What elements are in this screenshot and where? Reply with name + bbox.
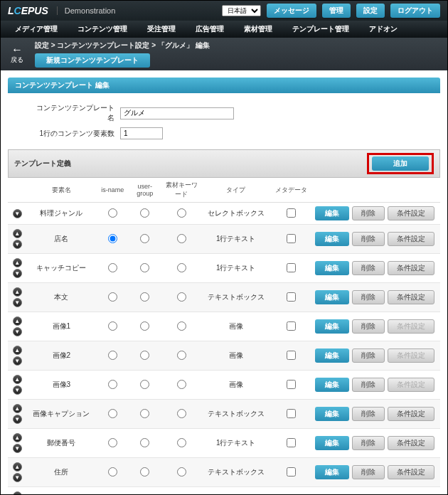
nav-item[interactable]: 広告管理 (186, 21, 234, 38)
keyword-radio[interactable] (177, 467, 186, 477)
settings-button[interactable]: 設定 (356, 4, 385, 18)
isname-radio[interactable] (108, 380, 117, 389)
keyword-radio[interactable] (177, 234, 186, 243)
nav-item[interactable]: テンプレート管理 (282, 21, 359, 38)
back-button[interactable]: ← 戻る (6, 44, 28, 65)
isname-radio[interactable] (108, 208, 117, 218)
move-up-icon[interactable]: ▲ (13, 258, 22, 267)
move-down-icon[interactable]: ▼ (13, 444, 22, 453)
usergroup-radio[interactable] (140, 321, 149, 331)
edit-button[interactable]: 編集 (315, 465, 349, 479)
nav-item[interactable]: 素材管理 (234, 21, 282, 38)
condition-button[interactable]: 条件設定 (388, 290, 434, 304)
isname-radio[interactable] (108, 409, 117, 418)
delete-button[interactable]: 削除 (352, 436, 385, 450)
move-down-icon[interactable]: ▼ (13, 356, 22, 366)
isname-radio[interactable] (108, 234, 117, 243)
delete-button[interactable]: 削除 (352, 378, 385, 392)
condition-button[interactable]: 条件設定 (388, 232, 434, 246)
add-button[interactable]: 追加 (372, 156, 429, 171)
nav-item[interactable]: アドオン (359, 21, 407, 38)
move-up-icon[interactable]: ▲ (13, 404, 22, 413)
metadata-checkbox[interactable] (287, 208, 296, 218)
keyword-radio[interactable] (177, 263, 186, 272)
delete-button[interactable]: 削除 (352, 319, 385, 334)
nav-item[interactable]: メディア管理 (5, 21, 68, 38)
keyword-radio[interactable] (177, 351, 186, 360)
move-up-icon[interactable]: ▲ (13, 491, 22, 495)
move-down-icon[interactable]: ▼ (13, 327, 22, 336)
move-up-icon[interactable]: ▲ (13, 375, 22, 384)
keyword-radio[interactable] (177, 208, 186, 218)
metadata-checkbox[interactable] (287, 467, 296, 477)
isname-radio[interactable] (108, 438, 117, 447)
condition-button[interactable]: 条件設定 (388, 436, 434, 450)
isname-radio[interactable] (108, 351, 117, 360)
condition-button[interactable]: 条件設定 (388, 261, 434, 275)
edit-button[interactable]: 編集 (315, 261, 349, 275)
condition-button[interactable]: 条件設定 (388, 206, 434, 220)
logout-button[interactable]: ログアウト (390, 4, 440, 18)
edit-button[interactable]: 編集 (315, 206, 349, 220)
move-down-icon[interactable]: ▼ (13, 385, 22, 395)
language-select[interactable]: 日本語 (222, 5, 261, 16)
move-up-icon[interactable]: ▲ (13, 433, 22, 442)
move-down-icon[interactable]: ▼ (13, 298, 22, 307)
metadata-checkbox[interactable] (287, 409, 296, 418)
new-template-button[interactable]: 新規コンテンツテンプレート (35, 53, 150, 68)
usergroup-radio[interactable] (140, 234, 149, 243)
metadata-checkbox[interactable] (287, 438, 296, 447)
keyword-radio[interactable] (177, 438, 186, 447)
move-down-icon[interactable]: ▼ (13, 240, 22, 249)
isname-radio[interactable] (108, 321, 117, 331)
metadata-checkbox[interactable] (287, 321, 296, 331)
usergroup-radio[interactable] (140, 263, 149, 272)
isname-radio[interactable] (108, 292, 117, 302)
condition-button[interactable]: 条件設定 (388, 407, 434, 421)
condition-button[interactable]: 条件設定 (388, 465, 434, 479)
metadata-checkbox[interactable] (287, 351, 296, 360)
move-down-icon[interactable]: ▼ (13, 473, 22, 482)
move-up-icon[interactable]: ▲ (13, 229, 22, 238)
move-down-icon[interactable]: ▼ (13, 269, 22, 278)
move-up-icon[interactable]: ▲ (13, 462, 22, 472)
usergroup-radio[interactable] (140, 380, 149, 389)
delete-button[interactable]: 削除 (352, 261, 385, 275)
delete-button[interactable]: 削除 (352, 348, 385, 363)
keyword-radio[interactable] (177, 321, 186, 331)
edit-button[interactable]: 編集 (315, 378, 349, 392)
usergroup-radio[interactable] (140, 409, 149, 418)
delete-button[interactable]: 削除 (352, 206, 385, 220)
usergroup-radio[interactable] (140, 438, 149, 447)
isname-radio[interactable] (108, 467, 117, 477)
usergroup-radio[interactable] (140, 351, 149, 360)
edit-button[interactable]: 編集 (315, 348, 349, 363)
usergroup-radio[interactable] (140, 208, 149, 218)
edit-button[interactable]: 編集 (315, 407, 349, 421)
nav-item[interactable]: 受注管理 (137, 21, 186, 38)
keyword-radio[interactable] (177, 409, 186, 418)
delete-button[interactable]: 削除 (352, 407, 385, 421)
keyword-radio[interactable] (177, 292, 186, 302)
keyword-radio[interactable] (177, 380, 186, 389)
template-name-input[interactable] (120, 107, 234, 119)
metadata-checkbox[interactable] (287, 380, 296, 389)
messages-button[interactable]: メッセージ (267, 4, 316, 18)
move-down-icon[interactable]: ▼ (13, 209, 22, 218)
isname-radio[interactable] (108, 263, 117, 272)
move-up-icon[interactable]: ▲ (13, 346, 22, 355)
admin-button[interactable]: 管理 (322, 4, 351, 18)
edit-button[interactable]: 編集 (315, 232, 349, 246)
nav-item[interactable]: コンテンツ管理 (68, 21, 137, 38)
edit-button[interactable]: 編集 (315, 319, 349, 334)
move-up-icon[interactable]: ▲ (13, 287, 22, 297)
move-down-icon[interactable]: ▼ (13, 415, 22, 424)
delete-button[interactable]: 削除 (352, 290, 385, 304)
delete-button[interactable]: 削除 (352, 232, 385, 246)
metadata-checkbox[interactable] (287, 234, 296, 243)
edit-button[interactable]: 編集 (315, 290, 349, 304)
move-up-icon[interactable]: ▲ (13, 316, 22, 326)
metadata-checkbox[interactable] (287, 292, 296, 302)
metadata-checkbox[interactable] (287, 263, 296, 272)
element-count-input[interactable] (120, 127, 163, 139)
